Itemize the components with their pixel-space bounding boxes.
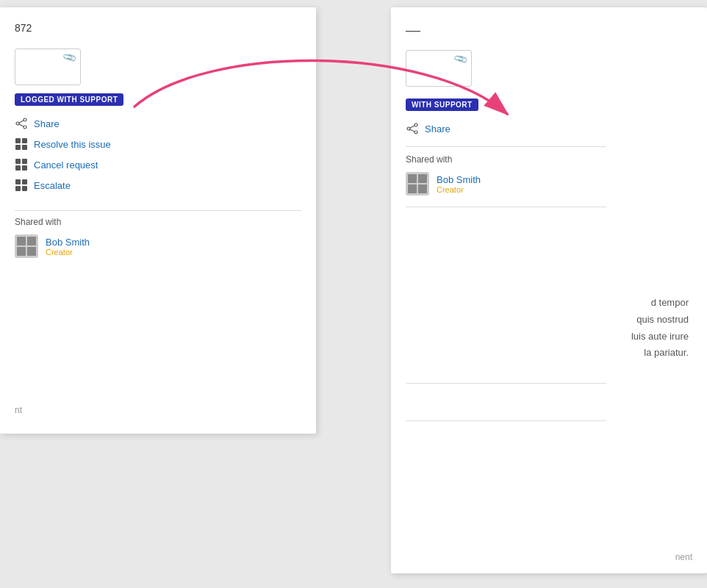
panel-number: 872 [15, 22, 301, 34]
right-divider-4 [406, 420, 606, 421]
context-menu: Share Resolve this issue Cancel request … [15, 113, 301, 196]
cancel-icon [15, 158, 28, 171]
left-textarea[interactable]: 📎 [15, 49, 81, 85]
svg-point-0 [24, 118, 26, 121]
escalate-label: Escalate [34, 180, 71, 191]
right-user-row: Bob Smith Creator [406, 172, 692, 196]
right-share-icon [406, 122, 419, 135]
right-share-menu-item[interactable]: Share [406, 118, 692, 139]
left-user-role: Creator [46, 248, 90, 257]
left-user-name: Bob Smith [46, 237, 90, 248]
right-shared-with-label: Shared with [406, 154, 692, 165]
resolve-issue-menu-item[interactable]: Resolve this issue [15, 134, 301, 154]
svg-point-5 [414, 123, 417, 126]
left-divider [15, 210, 301, 211]
resolve-icon [15, 137, 28, 151]
logged-with-support-badge: LOGGED WITH SUPPORT [15, 93, 123, 106]
right-panel: — 📎 WITH SUPPORT Share Shared with [391, 7, 707, 573]
share-menu-item[interactable]: Share [15, 113, 301, 134]
content-line-3: luis aute irure [406, 329, 689, 345]
svg-point-2 [24, 126, 26, 129]
share-icon [15, 117, 28, 130]
panels-container: 872 📎 LOGGED WITH SUPPORT Share [0, 0, 707, 588]
svg-line-8 [410, 126, 414, 128]
attachment-icon: 📎 [62, 50, 77, 65]
right-share-label: Share [425, 123, 451, 135]
right-attachment-icon: 📎 [453, 51, 468, 67]
cancel-request-menu-item[interactable]: Cancel request [15, 154, 301, 175]
svg-point-7 [414, 131, 417, 134]
right-divider-2 [406, 207, 606, 207]
cancel-label: Cancel request [34, 159, 98, 171]
left-panel: 872 📎 LOGGED WITH SUPPORT Share [0, 7, 316, 434]
right-divider-3 [406, 383, 606, 384]
right-textarea[interactable]: 📎 [406, 50, 472, 87]
content-line-4: la pariatur. [406, 345, 689, 361]
right-divider-1 [406, 146, 606, 147]
svg-point-6 [407, 127, 410, 130]
right-bottom-text: nent [675, 552, 692, 562]
svg-line-9 [410, 129, 414, 132]
right-user-role: Creator [437, 185, 481, 194]
left-user-avatar [15, 234, 38, 258]
with-support-badge: WITH SUPPORT [406, 98, 478, 111]
left-user-row: Bob Smith Creator [15, 234, 301, 258]
content-line-1: d tempor [406, 295, 689, 311]
escalate-icon [15, 179, 28, 192]
right-content-text: d tempor quis nostrud luis aute irure la… [406, 295, 692, 361]
right-user-name: Bob Smith [437, 174, 481, 185]
svg-point-1 [16, 122, 19, 125]
svg-line-3 [19, 121, 24, 123]
right-header: — [406, 22, 692, 39]
content-line-2: quis nostrud [406, 312, 689, 328]
share-label: Share [34, 118, 60, 129]
svg-line-4 [19, 124, 24, 126]
left-bottom-text: nt [15, 405, 22, 415]
escalate-menu-item[interactable]: Escalate [15, 175, 301, 196]
right-user-avatar [406, 172, 429, 196]
resolve-label: Resolve this issue [34, 139, 111, 150]
left-shared-with-label: Shared with [15, 217, 301, 227]
